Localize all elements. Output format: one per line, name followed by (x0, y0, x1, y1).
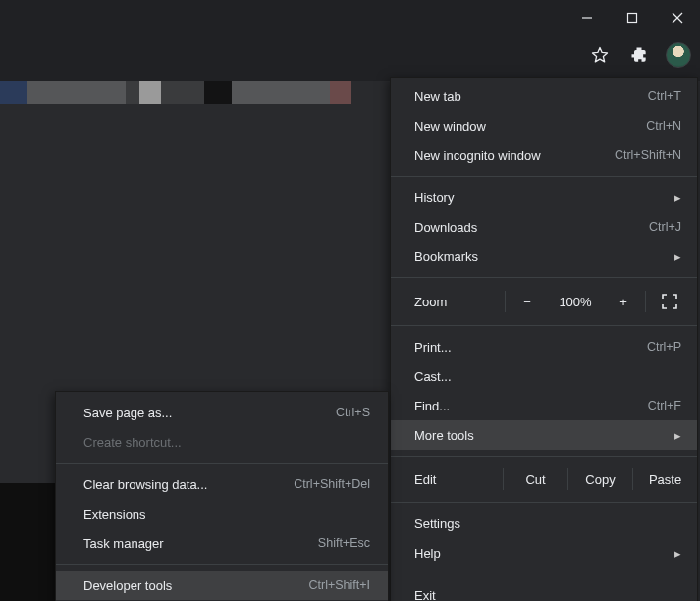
menu-separator (391, 574, 697, 574)
fullscreen-button[interactable] (648, 294, 691, 309)
chevron-right-icon: ▸ (674, 546, 681, 561)
chevron-right-icon: ▸ (674, 428, 681, 443)
zoom-row: Zoom − 100% + (391, 284, 697, 319)
menu-item-exit[interactable]: Exit (391, 580, 697, 601)
chevron-right-icon: ▸ (674, 249, 681, 264)
menu-item-new-window[interactable]: New window Ctrl+N (391, 111, 697, 140)
menu-item-history[interactable]: History ▸ (391, 183, 697, 212)
menu-item-more-tools[interactable]: More tools ▸ (391, 420, 697, 450)
menu-label: New window (414, 119, 486, 134)
more-tools-submenu: Save page as... Ctrl+S Create shortcut..… (55, 391, 389, 601)
menu-label: Cast... (414, 369, 452, 384)
menu-label: Save page as... (83, 406, 172, 420)
menu-item-settings[interactable]: Settings (391, 509, 697, 538)
submenu-item-developer-tools[interactable]: Developer tools Ctrl+Shift+I (56, 571, 388, 600)
menu-shortcut: Ctrl+Shift+I (308, 578, 370, 592)
menu-separator (391, 325, 697, 326)
menu-separator (56, 564, 388, 565)
submenu-item-extensions[interactable]: Extensions (56, 499, 388, 528)
menu-shortcut: Ctrl+P (647, 340, 681, 354)
menu-shortcut: Ctrl+Shift+Del (294, 477, 370, 491)
main-menu: New tab Ctrl+T New window Ctrl+N New inc… (390, 77, 698, 601)
paste-button[interactable]: Paste (633, 472, 697, 487)
dark-sidebar-strip (0, 483, 55, 601)
zoom-out-button[interactable]: − (506, 295, 549, 309)
menu-label: New tab (414, 89, 461, 104)
profile-avatar[interactable] (665, 41, 692, 69)
menu-shortcut: Ctrl+Shift+N (615, 148, 681, 162)
menu-label: Bookmarks (414, 249, 478, 264)
cut-button[interactable]: Cut (504, 472, 567, 487)
menu-label: Print... (414, 340, 452, 355)
minimize-button[interactable] (565, 0, 610, 35)
star-icon[interactable] (586, 41, 614, 69)
menu-separator (56, 463, 388, 464)
menu-separator (391, 502, 697, 503)
menu-label: Find... (414, 399, 450, 413)
menu-label: Extensions (83, 507, 146, 521)
extensions-icon[interactable] (625, 41, 653, 69)
edit-label: Edit (414, 472, 503, 487)
menu-item-cast[interactable]: Cast... (391, 361, 697, 391)
menu-shortcut: Shift+Esc (318, 536, 370, 550)
submenu-item-save-page[interactable]: Save page as... Ctrl+S (56, 398, 388, 427)
menu-item-bookmarks[interactable]: Bookmarks ▸ (391, 242, 697, 271)
menu-label: History (414, 191, 454, 205)
menu-shortcut: Ctrl+S (336, 406, 370, 419)
menu-item-new-incognito[interactable]: New incognito window Ctrl+Shift+N (391, 140, 697, 170)
menu-label: Exit (414, 588, 436, 602)
menu-label: New incognito window (414, 148, 541, 163)
menu-separator (391, 176, 697, 177)
menu-label: Settings (414, 517, 460, 531)
submenu-item-task-manager[interactable]: Task manager Shift+Esc (56, 528, 388, 558)
menu-label: Clear browsing data... (83, 477, 207, 492)
zoom-label: Zoom (414, 295, 505, 309)
zoom-value: 100% (549, 295, 602, 309)
chevron-right-icon: ▸ (674, 191, 681, 205)
vertical-separator (645, 291, 646, 312)
menu-item-find[interactable]: Find... Ctrl+F (391, 391, 697, 420)
zoom-in-button[interactable]: + (602, 295, 645, 309)
menu-label: Downloads (414, 220, 477, 235)
menu-item-print[interactable]: Print... Ctrl+P (391, 332, 697, 361)
menu-shortcut: Ctrl+J (649, 220, 681, 234)
menu-shortcut: Ctrl+F (648, 399, 681, 412)
menu-separator (391, 277, 697, 278)
menu-shortcut: Ctrl+N (646, 119, 681, 133)
window-titlebar (0, 0, 700, 35)
copy-button[interactable]: Copy (568, 472, 632, 487)
menu-item-new-tab[interactable]: New tab Ctrl+T (391, 82, 697, 111)
svg-rect-1 (628, 14, 637, 23)
menu-item-help[interactable]: Help ▸ (391, 538, 697, 568)
submenu-item-create-shortcut: Create shortcut... (56, 427, 388, 457)
edit-row: Edit Cut Copy Paste (391, 463, 697, 496)
menu-label: Help (414, 546, 441, 561)
maximize-button[interactable] (610, 0, 655, 35)
menu-shortcut: Ctrl+T (648, 89, 681, 103)
menu-label: More tools (414, 428, 474, 443)
close-button[interactable] (655, 0, 700, 35)
menu-item-downloads[interactable]: Downloads Ctrl+J (391, 212, 697, 242)
submenu-item-clear-browsing[interactable]: Clear browsing data... Ctrl+Shift+Del (56, 469, 388, 499)
menu-separator (391, 456, 697, 457)
menu-label: Task manager (83, 536, 164, 551)
browser-toolbar (0, 35, 700, 75)
menu-label: Create shortcut... (83, 435, 182, 450)
menu-label: Developer tools (83, 578, 172, 593)
